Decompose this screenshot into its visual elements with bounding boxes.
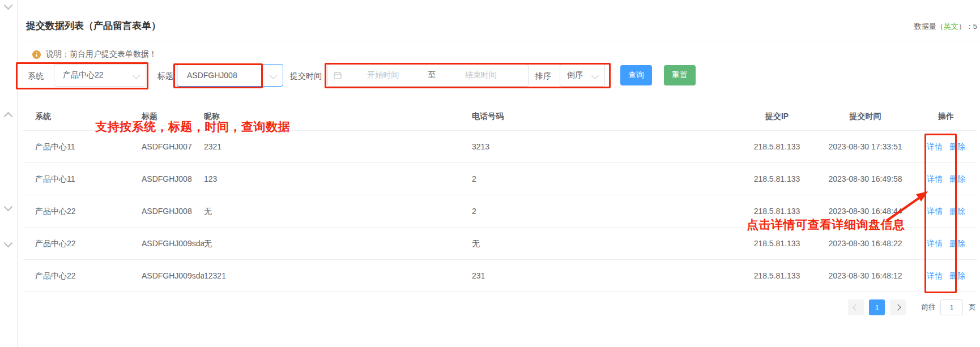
data-count-suffix: ）：: [958, 22, 973, 31]
delete-link[interactable]: 删除: [949, 174, 965, 183]
sort-select[interactable]: 倒序: [560, 64, 605, 87]
cell-ip: 218.5.81.133: [738, 195, 816, 227]
page: 提交数据列表（产品留言表单） 数据量（英文）：5 说明：前台用户提交表单数据！ …: [0, 0, 980, 347]
submit-time-label: 提交时间: [290, 71, 322, 82]
cell-phone: 231: [472, 260, 738, 292]
cell-ip: 218.5.81.133: [738, 260, 816, 292]
prev-page-button[interactable]: [848, 299, 864, 315]
cell-system: 产品中心11: [23, 131, 139, 162]
cell-actions: 详情删除: [915, 260, 977, 292]
title-combobox[interactable]: [177, 64, 283, 87]
data-table: 系统 标题 昵称 电话号码 提交IP 提交时间 操作 产品中心11 ASDFGH…: [23, 102, 977, 292]
cell-nickname: 123: [204, 163, 472, 195]
col-header-title: 标题: [139, 102, 204, 130]
divider: [23, 41, 980, 41]
system-select-value: 产品中心22: [63, 70, 104, 80]
info-icon: [32, 50, 41, 59]
cell-system: 产品中心22: [23, 228, 139, 259]
table-row: 产品中心11 ASDFGHJ007 2321 3213 218.5.81.133…: [23, 131, 977, 163]
collapse-chevron-up-icon[interactable]: [4, 112, 13, 121]
detail-link[interactable]: 详情: [927, 271, 943, 280]
page-unit-label: 页: [969, 299, 976, 315]
cell-title: ASDFGHJ009sda...: [139, 260, 204, 292]
notice-bar: 说明：前台用户提交表单数据！: [32, 49, 157, 59]
search-button[interactable]: 查询: [620, 65, 652, 85]
data-count-language: 英文: [944, 22, 958, 31]
sort-select-value: 倒序: [567, 70, 583, 80]
col-header-nickname: 昵称: [204, 102, 472, 130]
collapse-chevron-down-icon[interactable]: [4, 239, 13, 248]
next-page-button[interactable]: [890, 299, 906, 315]
col-header-system: 系统: [23, 102, 139, 130]
page-number-button[interactable]: 1: [869, 299, 885, 315]
cell-ip: 218.5.81.133: [738, 131, 816, 162]
col-header-time: 提交时间: [816, 102, 915, 130]
cell-time: 2023-08-30 16:49:58: [816, 163, 915, 195]
detail-link[interactable]: 详情: [927, 142, 943, 151]
delete-link[interactable]: 删除: [949, 239, 965, 248]
title-input[interactable]: [186, 70, 256, 80]
cell-phone: 2: [472, 195, 738, 227]
table-header-row: 系统 标题 昵称 电话号码 提交IP 提交时间 操作: [23, 102, 977, 131]
table-row: 产品中心22 ASDFGHJ008 无 2 218.5.81.133 2023-…: [23, 195, 977, 228]
col-header-phone: 电话号码: [472, 102, 738, 130]
chevron-right-icon: [894, 304, 901, 310]
page-title: 提交数据列表（产品留言表单）: [26, 19, 161, 32]
cell-time: 2023-08-30 16:48:44: [816, 195, 915, 227]
left-rail: [0, 0, 18, 347]
cell-phone: 2: [472, 163, 738, 195]
cell-ip: 218.5.81.133: [738, 163, 816, 195]
cell-time: 2023-08-30 16:48:22: [816, 228, 915, 259]
title-label: 标题: [157, 71, 173, 82]
col-header-actions: 操作: [915, 102, 977, 130]
cell-title: ASDFGHJ008: [139, 195, 204, 227]
data-count: 数据量（英文）：5: [914, 22, 977, 32]
date-range-picker[interactable]: 开始时间 至 结束时间: [327, 64, 529, 87]
cell-nickname: 无: [204, 195, 472, 227]
table-row: 产品中心11 ASDFGHJ008 123 2 218.5.81.133 202…: [23, 163, 977, 195]
system-select[interactable]: 产品中心22: [54, 64, 146, 87]
detail-link[interactable]: 详情: [927, 207, 943, 216]
sort-label: 排序: [535, 71, 551, 82]
cell-system: 产品中心22: [23, 195, 139, 227]
cell-time: 2023-08-30 17:33:51: [816, 131, 915, 162]
collapse-chevron-down-icon[interactable]: [4, 203, 13, 212]
goto-page-input[interactable]: [940, 299, 963, 315]
reset-button[interactable]: 重置: [664, 65, 696, 85]
chevron-down-icon: [270, 72, 277, 79]
col-header-ip: 提交IP: [738, 102, 816, 130]
cell-actions: 详情删除: [915, 131, 977, 162]
cell-actions: 详情删除: [915, 195, 977, 227]
chevron-down-icon: [591, 72, 599, 79]
table-row: 产品中心22 ASDFGHJ009sda... 无 无 218.5.81.133…: [23, 228, 977, 260]
cell-actions: 详情删除: [915, 163, 977, 195]
cell-phone: 无: [472, 228, 738, 259]
cell-system: 产品中心22: [23, 260, 139, 292]
detail-link[interactable]: 详情: [927, 239, 943, 248]
cell-system: 产品中心11: [23, 163, 139, 195]
cell-ip: 218.5.81.133: [738, 228, 816, 259]
notice-text: 说明：前台用户提交表单数据！: [46, 49, 157, 59]
cell-nickname: 12321: [204, 260, 472, 292]
system-label: 系统: [28, 71, 44, 82]
goto-label: 前往: [921, 299, 936, 315]
data-count-prefix: 数据量（: [914, 22, 944, 31]
delete-link[interactable]: 删除: [949, 271, 965, 280]
cell-time: 2023-08-30 16:48:12: [816, 260, 915, 292]
cell-nickname: 无: [204, 228, 472, 259]
cell-nickname: 2321: [204, 131, 472, 162]
start-time-placeholder[interactable]: 开始时间: [342, 70, 425, 80]
detail-link[interactable]: 详情: [927, 174, 943, 183]
range-separator: 至: [425, 70, 440, 80]
cell-title: ASDFGHJ008: [139, 163, 204, 195]
chevron-down-icon: [133, 72, 140, 79]
cell-title: ASDFGHJ007: [139, 131, 204, 162]
end-time-placeholder[interactable]: 结束时间: [440, 70, 523, 80]
cell-phone: 3213: [472, 131, 738, 162]
table-row: 产品中心22 ASDFGHJ009sda... 12321 231 218.5.…: [23, 260, 977, 292]
cell-actions: 详情删除: [915, 228, 977, 259]
delete-link[interactable]: 删除: [949, 207, 965, 216]
collapse-chevron-down-icon[interactable]: [4, 1, 13, 10]
calendar-icon: [334, 71, 342, 79]
delete-link[interactable]: 删除: [949, 142, 965, 151]
